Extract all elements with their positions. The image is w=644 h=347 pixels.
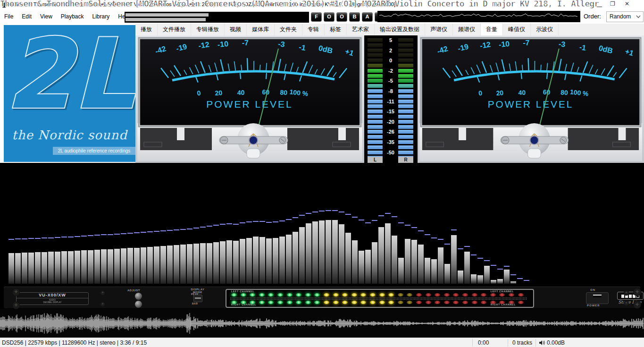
scale-ticks [230, 297, 527, 298]
adjust-knob-left[interactable] [135, 293, 142, 300]
rack-led-red [426, 293, 431, 296]
rack-led-green [287, 293, 293, 296]
tab-标签[interactable]: 标签 [325, 24, 347, 35]
tab-专辑播放[interactable]: 专辑播放 [191, 24, 225, 35]
tab-输出设置及数据[interactable]: 输出设置及数据 [375, 24, 425, 35]
speaker-icon[interactable] [539, 340, 545, 346]
rack-led-yellow_dim [398, 293, 403, 296]
rack-led-red [444, 293, 450, 296]
rack-led-red [426, 301, 431, 304]
led-segment-l [368, 53, 383, 57]
rack-led-red [472, 301, 477, 304]
rack-led-yellow [342, 301, 348, 304]
power-switch[interactable] [586, 292, 609, 304]
display-mode-switch[interactable] [193, 295, 202, 302]
tab-频谱仪[interactable]: 频谱仪 [453, 24, 481, 35]
rack-led-green [277, 293, 283, 296]
rack-led-yellow [342, 293, 348, 296]
menu-playback[interactable]: Playback [57, 9, 88, 24]
led-segment-r [398, 125, 413, 129]
rack-led-yellow [379, 301, 385, 304]
tab-文件播放[interactable]: 文件播放 [158, 24, 191, 35]
led-scale-label: -26 [384, 129, 398, 135]
spectrum-bars [0, 163, 644, 286]
tab-声谱仪[interactable]: 声谱仪 [425, 24, 453, 35]
statusbar: DSD256 | 22579 kbps | 11289600 Hz | ster… [0, 338, 644, 347]
menu-edit[interactable]: Edit [17, 9, 36, 24]
rack-led-red [490, 301, 496, 304]
svg-text:20: 20 [215, 89, 223, 97]
screw-icon: + [624, 290, 629, 296]
rack-led-green [305, 293, 311, 296]
slider-bottom[interactable] [125, 18, 206, 21]
tab-媒体库[interactable]: 媒体库 [247, 24, 275, 35]
tab-音量[interactable]: 音量 [481, 24, 503, 35]
transport-button-b3[interactable]: B [349, 12, 360, 22]
rack-led-yellow [324, 301, 329, 304]
led-scale-label: -15 [384, 109, 398, 114]
rack-led-green [296, 301, 301, 304]
tab-播放[interactable]: 播放 [135, 24, 158, 35]
svg-text:40: 40 [518, 89, 526, 97]
transport-button-o2[interactable]: O [336, 12, 347, 22]
rack-led-yellow [370, 301, 376, 304]
rack-led-green [250, 293, 255, 296]
rack-led-green [305, 301, 311, 304]
vu-title: POWER LEVEL [488, 99, 574, 110]
tab-视频[interactable]: 视频 [225, 24, 247, 35]
menu-library[interactable]: Library [88, 9, 114, 24]
rack-led-yellow [360, 293, 366, 296]
rack-led-red [499, 293, 505, 296]
tab-峰值仪[interactable]: 峰值仪 [503, 24, 531, 35]
status-volume[interactable]: 0.00dB [547, 339, 565, 346]
led-scale-label: -35 [384, 139, 398, 145]
rack-model-sub: AUDIODECIBEL DISPLAY [20, 299, 85, 304]
led-segment-l [368, 59, 383, 62]
screw-icon: + [100, 290, 105, 296]
rack-led-yellow [324, 293, 329, 296]
menu-view[interactable]: View [36, 9, 57, 24]
led-segment-l [368, 135, 383, 139]
slider-top[interactable] [125, 13, 209, 17]
rack-panel: VU-X00/XW AUDIODECIBEL DISPLAY ADJUST DI… [4, 287, 640, 308]
view-tabs: 播放文件播放专辑播放视频媒体库文件夹专辑标签艺术家输出设置及数据声谱仪频谱仪音量… [135, 24, 644, 35]
vu-meter-face: -42-19-12-10-7-3-10dB+1020406080100 %POW… [418, 35, 644, 163]
rack-led-green [268, 301, 274, 304]
led-segment-l [368, 115, 383, 118]
transport-button-o1[interactable]: O [324, 12, 335, 22]
separator [508, 339, 508, 347]
order-dropdown[interactable]: Random [606, 11, 644, 22]
svg-text:-1: -1 [579, 43, 587, 52]
track-waveform[interactable] [0, 309, 644, 338]
rack-led-green [241, 301, 246, 304]
menubar: FileEditViewPlaybackLibraryHelp FOOBAR O… [0, 9, 644, 24]
album-tagline: the Nordic sound [4, 128, 135, 142]
tab-文件夹[interactable]: 文件夹 [275, 24, 302, 35]
power-label: POWER [587, 304, 600, 307]
transport-button-a4[interactable]: A [362, 12, 373, 22]
tab-专辑[interactable]: 专辑 [302, 24, 325, 35]
tab-艺术家[interactable]: 艺术家 [347, 24, 375, 35]
screw-icon: + [624, 301, 629, 306]
rack-model-name: VU-X00/XW [17, 293, 88, 298]
spectrum-analyzer [0, 163, 644, 286]
svg-text:-3: -3 [278, 40, 285, 48]
on-label: ON [590, 288, 595, 291]
led-segment-l [368, 140, 383, 144]
scrolling-track-title: Thorsen & TrondheimSolistene [MOZART Vio… [0, 0, 644, 11]
rack-led-green [259, 301, 265, 304]
transport-button-f0[interactable]: F [311, 12, 322, 22]
adjust-knob-right[interactable] [135, 301, 142, 308]
rack-led-red [453, 293, 459, 296]
menu-file[interactable]: File [0, 9, 17, 24]
tab-示波仪[interactable]: 示波仪 [531, 24, 559, 35]
seekbar-wave [377, 11, 580, 22]
led-segment-l [368, 74, 383, 78]
screw-icon: + [12, 302, 20, 309]
waveform-seekbar[interactable] [377, 11, 580, 22]
svg-text:-7: -7 [242, 39, 249, 47]
led-segment-r [398, 135, 413, 139]
led-segment-r [398, 84, 413, 88]
rack-led-yellow [360, 301, 366, 304]
rack-led-green [259, 293, 265, 296]
